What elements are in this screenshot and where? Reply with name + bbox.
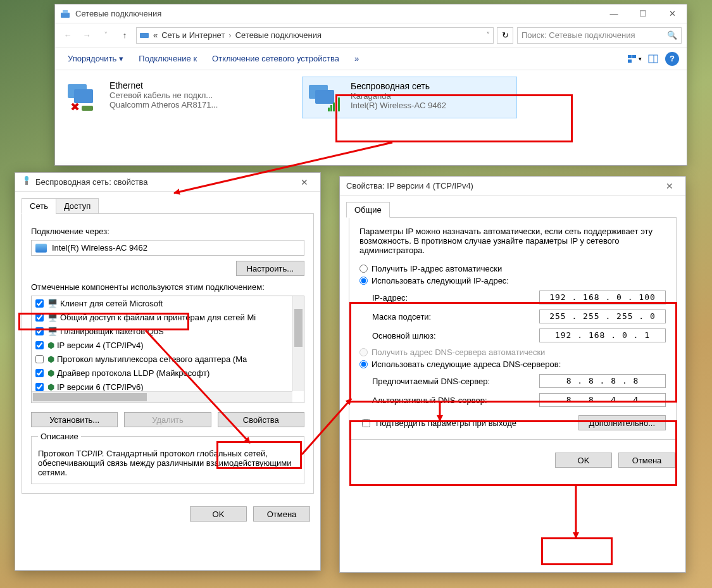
tab-body: Параметры IP можно назначать автоматичес… [349,217,677,440]
connect-via-label: Подключение через: [31,227,304,236]
tab-network[interactable]: Сеть [22,198,56,214]
cancel-button[interactable]: Отмена [253,506,310,522]
svg-rect-15 [330,105,332,111]
ok-button[interactable]: OK [555,453,612,468]
up-button[interactable]: ↑ [117,28,132,43]
adapter-name: Intel(R) Wireless-AC 9462 [52,243,147,253]
install-button[interactable]: Установить... [31,412,118,427]
description-group: Описание Протокол TCP/IP. Стандартный пр… [31,436,304,484]
ipv4-properties-dialog: Свойства: IP версии 4 (TCP/IPv4) ✕ Общие… [339,176,686,573]
alt-dns-label: Альтернативный DNS-сервер: [372,396,539,405]
forward-button[interactable]: → [79,28,94,43]
intro-text: Параметры IP можно назначать автоматичес… [359,227,666,255]
address-row: ← → ˅ ↑ « Сеть и Интернет › Сетевые подк… [55,23,687,47]
help-button[interactable]: ? [664,51,680,67]
radio-use-dns[interactable]: Использовать следующие адреса DNS-сервер… [359,360,666,369]
breadcrumb-seg[interactable]: Сеть и Интернет [161,30,225,40]
svg-rect-18 [338,97,340,111]
svg-rect-13 [315,90,334,104]
remove-button[interactable]: Удалить [124,412,211,427]
dropdown-icon[interactable]: ˅ [486,30,490,40]
ethernet-name: Ethernet [109,80,218,91]
wifi-item[interactable]: Беспроводная сеть Karaganda Intel(R) Wir… [302,77,517,118]
ok-button[interactable]: OK [190,506,247,522]
cancel-button[interactable]: Отмена [618,453,675,468]
configure-button[interactable]: Настроить... [236,261,304,276]
gateway-label: Основной шлюз: [372,331,539,341]
protocol-icon: ⬢ [47,341,54,350]
checkbox[interactable] [35,341,44,349]
checkbox[interactable] [35,313,44,322]
properties-button[interactable]: Свойства [218,412,304,427]
protocol-icon: ⬢ [47,382,54,392]
mask-input[interactable]: 255 . 255 . 255 . 0 [539,310,666,323]
close-button[interactable]: ✕ [295,173,314,192]
tab-access[interactable]: Доступ [56,198,99,214]
checkbox[interactable] [35,383,44,391]
back-button[interactable]: ← [60,28,75,43]
chevron-right-icon: › [228,30,231,40]
chevron-down-icon: ▾ [119,54,123,63]
pref-dns-label: Предпочитаемый DNS-сервер: [372,377,539,386]
components-list[interactable]: 🖥️Клиент для сетей Microsoft 🖥️Общий дос… [31,296,304,403]
wifi-icon [306,81,344,114]
ip-input[interactable]: 192 . 168 . 0 . 100 [539,291,666,304]
organize-menu[interactable]: Упорядочить ▾ [61,51,130,66]
checkbox[interactable] [35,369,44,377]
breadcrumb-seg[interactable]: Сетевые подключения [235,30,322,40]
description-legend: Описание [38,432,81,441]
tab-body: Подключение через: Intel(R) Wireless-AC … [22,213,314,494]
list-item: 🖥️Клиент для сетей Microsoft [32,296,304,310]
checkbox[interactable] [35,355,44,363]
validate-checkbox[interactable] [362,419,370,427]
list-item-ipv4: ⬢IP версии 4 (TCP/IPv4) [32,338,304,352]
pref-dns-input[interactable]: 8 . 8 . 8 . 8 [539,374,666,388]
recent-dropdown[interactable]: ˅ [98,28,113,43]
search-icon: 🔍 [667,30,677,40]
checkbox[interactable] [35,299,44,308]
svg-point-19 [25,176,28,181]
svg-rect-14 [328,108,330,111]
dialog-titlebar: Беспроводная сеть: свойства ✕ [15,173,320,192]
search-input[interactable]: Поиск: Сетевые подключения 🔍 [517,27,682,44]
component-icon: 🖥️ [47,313,58,322]
ip-label: IP-адрес: [372,293,539,303]
scrollbar-vertical[interactable] [292,296,304,391]
more-actions[interactable]: » [348,51,365,66]
dialog-title: Беспроводная сеть: свойства [35,177,295,187]
disable-device[interactable]: Отключение сетевого устройства [206,51,346,66]
svg-rect-0 [61,13,70,18]
svg-rect-16 [333,103,335,111]
wifi-properties-dialog: Беспроводная сеть: свойства ✕ Сеть Досту… [15,172,321,571]
radio-obtain-ip-auto[interactable]: Получить IP-адрес автоматически [359,264,666,273]
list-item: ⬢Драйвер протокола LLDP (Майкрософт) [32,366,304,380]
alt-dns-input[interactable]: 8 . 8 . 4 . 4 [539,393,666,407]
connect-menu[interactable]: Подключение к [132,51,203,66]
address-bar[interactable]: « Сеть и Интернет › Сетевые подключения … [136,27,494,44]
ethernet-item[interactable]: ✖ Ethernet Сетевой кабель не подкл... Qu… [61,77,277,118]
list-item: 🖥️Общий доступ к файлам и принтерам для … [32,310,304,324]
svg-rect-6 [649,55,658,63]
preview-pane-icon[interactable] [645,51,661,67]
gateway-input[interactable]: 192 . 168 . 0 . 1 [539,328,666,342]
component-icon: 🖥️ [47,327,58,336]
refresh-button[interactable]: ↻ [497,27,513,44]
explorer-icon [60,9,70,19]
checkbox[interactable] [35,327,44,335]
svg-rect-11 [82,106,93,111]
search-placeholder: Поиск: Сетевые подключения [522,30,667,40]
close-button[interactable]: ✕ [658,4,687,23]
adapter-icon [35,244,47,253]
tab-general[interactable]: Общие [346,202,390,218]
close-button[interactable]: ✕ [660,177,679,196]
radio-use-ip[interactable]: Использовать следующий IP-адрес: [359,276,666,285]
svg-text:✖: ✖ [70,101,80,113]
scrollbar-horizontal[interactable] [32,391,292,403]
advanced-button[interactable]: Дополнительно... [578,415,666,430]
dialog-icon [22,176,32,188]
minimize-button[interactable]: — [599,4,628,23]
window-title: Сетевые подключения [75,9,599,18]
wifi-driver: Intel(R) Wireless-AC 9462 [351,101,446,110]
view-options-icon[interactable]: ▾ [626,51,642,67]
maximize-button[interactable]: ☐ [628,4,658,23]
